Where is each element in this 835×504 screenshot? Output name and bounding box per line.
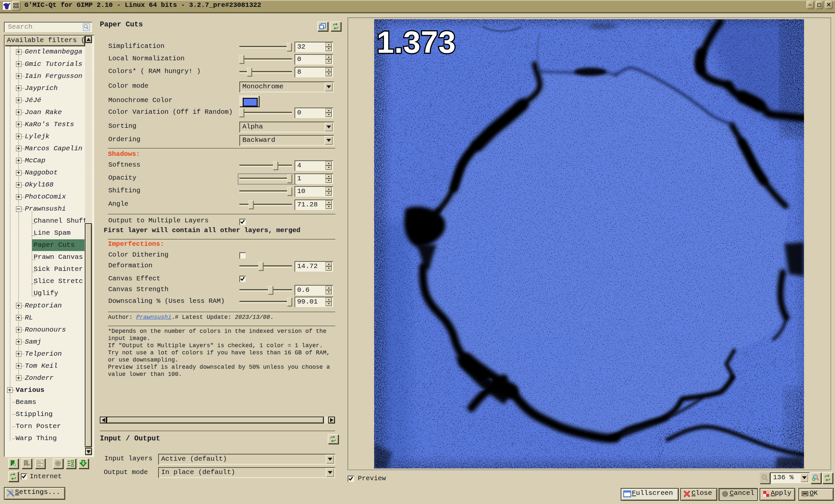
svg-text:Abc: Abc [38,461,41,463]
svg-text:Def: Def [38,464,41,466]
svg-text:1.373: 1.373 [377,25,456,59]
